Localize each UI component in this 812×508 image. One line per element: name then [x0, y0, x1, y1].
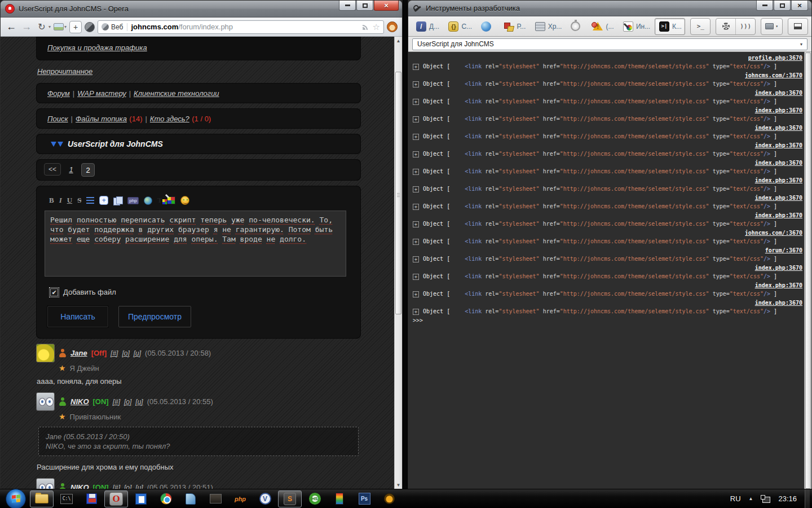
author-link[interactable]: Jane [70, 349, 87, 357]
scroll-down-icon[interactable]: ▼ [395, 481, 402, 489]
expand-plus-icon[interactable]: + [413, 291, 419, 297]
tab-errors[interactable]: (... [588, 18, 617, 35]
minimize-button[interactable] [756, 1, 773, 11]
taskbar-blue-app[interactable] [129, 491, 153, 507]
remote-debug-button[interactable]: ))) [735, 19, 755, 34]
message-textarea[interactable]: Решил полностью переписать скрипт теперь… [45, 211, 346, 277]
expand-plus-icon[interactable]: + [413, 81, 419, 87]
console-source-link[interactable]: johncms.com/:3670 [745, 230, 802, 236]
settings-button[interactable] [716, 19, 735, 34]
avatar[interactable] [36, 344, 55, 362]
reload-dropdown-icon[interactable]: ▾ [48, 24, 51, 29]
tab-utilities[interactable]: Ин... [619, 18, 654, 35]
images-dropdown-icon[interactable]: ▾ [64, 24, 67, 29]
anchor-link[interactable]: [#] [111, 349, 118, 357]
preview-button[interactable]: Предпросмотр [118, 306, 191, 327]
expand-plus-icon[interactable]: + [413, 99, 419, 105]
underline-icon[interactable]: U [67, 196, 72, 205]
tab-profiler[interactable] [566, 18, 587, 35]
rss-icon[interactable] [362, 23, 369, 30]
reload-icon[interactable]: ↻ [36, 21, 48, 32]
taskbar-hs-app[interactable]: HS [303, 491, 326, 507]
insert-plus-icon[interactable]: + [99, 196, 108, 205]
scrollbar-thumb[interactable] [395, 72, 401, 314]
breadcrumb-client-link[interactable]: Клиентские технологии [134, 89, 219, 98]
console-source-link[interactable]: index.php:3670 [755, 90, 802, 96]
expand-plus-icon[interactable]: + [413, 169, 419, 175]
avatar[interactable] [36, 392, 55, 411]
expand-plus-icon[interactable]: + [413, 309, 419, 315]
taskbar-php-app[interactable]: php [228, 491, 252, 507]
debug-context-select[interactable]: UserScript для JohnCMS ▾ [412, 38, 807, 50]
expand-plus-icon[interactable]: + [413, 151, 419, 157]
expand-plus-icon[interactable]: + [413, 239, 419, 245]
expand-plus-icon[interactable]: + [413, 186, 419, 192]
expand-plus-icon[interactable]: + [413, 221, 419, 227]
forward-icon[interactable]: → [20, 21, 33, 33]
expand-plus-icon[interactable]: + [413, 274, 419, 280]
url-text[interactable]: johncms.com/forum/index.php [131, 23, 233, 31]
devtools-titlebar[interactable]: Инструменты разработчика × [408, 1, 811, 16]
tab-network[interactable] [476, 18, 498, 35]
clock[interactable]: 23:16 [778, 494, 797, 503]
taskbar-opera[interactable]: O [104, 491, 128, 507]
taskbar-explorer[interactable] [30, 491, 54, 507]
taskbar-chrome[interactable] [154, 491, 178, 507]
console-source-link[interactable]: index.php:3670 [755, 107, 802, 113]
font-color-icon[interactable]: T [157, 196, 162, 205]
minimize-button[interactable] [339, 1, 356, 11]
italic-icon[interactable]: I [59, 196, 62, 205]
console-source-link[interactable]: index.php:3670 [755, 282, 802, 288]
scroll-up-icon[interactable]: ▲ [395, 37, 402, 45]
pagination-page-2-current[interactable]: 2 [81, 163, 95, 177]
language-indicator[interactable]: RU [730, 494, 741, 503]
link-globe-icon[interactable] [144, 196, 152, 205]
tab-console[interactable]: >| К... [655, 18, 685, 35]
back-icon[interactable]: ← [5, 21, 17, 33]
close-button[interactable]: × [791, 1, 808, 11]
expand-plus-icon[interactable]: + [413, 134, 419, 140]
u-link[interactable]: [u] [135, 484, 143, 489]
taskbar-terminal[interactable] [204, 491, 227, 507]
taskbar-gradient-app[interactable] [328, 491, 351, 507]
strike-icon[interactable]: S [77, 196, 81, 205]
security-badge[interactable]: Веб [102, 23, 127, 31]
userjs-monkey-icon[interactable] [387, 21, 398, 32]
anchor-link[interactable]: [#] [113, 484, 120, 489]
taskbar-orange-app[interactable] [377, 491, 401, 507]
php-code-icon[interactable]: php [127, 197, 138, 204]
pagination-prev-button[interactable]: << [44, 163, 61, 176]
bold-icon[interactable]: B [49, 196, 54, 205]
taskbar-save-app[interactable] [80, 491, 103, 507]
console-source-link[interactable]: index.php:3670 [755, 195, 802, 201]
list-icon[interactable] [86, 197, 94, 204]
write-button[interactable]: Написать [47, 306, 108, 327]
console-source-link[interactable]: index.php:3670 [755, 125, 802, 131]
console-source-link[interactable]: johncms.com/:3670 [745, 72, 802, 78]
o-link[interactable]: [o] [124, 398, 131, 406]
bookmark-star-icon[interactable]: ☆ [373, 22, 380, 32]
tray-expand-icon[interactable]: ▲ [749, 496, 753, 501]
o-link[interactable]: [o] [122, 349, 129, 357]
expand-plus-icon[interactable]: + [413, 116, 419, 122]
expand-plus-icon[interactable]: + [413, 64, 419, 70]
console-prompt[interactable]: >>> [413, 316, 802, 325]
taskbar-sublime[interactable]: S [278, 491, 302, 507]
u-link[interactable]: [u] [134, 349, 141, 357]
console-source-link[interactable]: forum/:3670 [765, 247, 802, 253]
network-tray-icon[interactable] [761, 495, 770, 503]
console-scrollbar[interactable] [804, 52, 811, 489]
taskbar-notes-app[interactable] [179, 491, 202, 507]
expand-plus-icon[interactable]: + [413, 204, 419, 210]
maximize-button[interactable] [774, 1, 791, 11]
attach-file-checkbox[interactable]: ✔ [50, 288, 58, 296]
add-button[interactable]: + [69, 21, 82, 33]
search-link[interactable]: Поиск [47, 115, 68, 123]
author-link[interactable]: NIKO [70, 397, 89, 406]
detach-button[interactable] [788, 19, 807, 34]
tab-scripts[interactable]: {} С... [444, 18, 475, 35]
opera-titlebar[interactable]: UserScript для JohnCMS - Opera × [1, 1, 402, 17]
category-link[interactable]: Покупка и продажа трафика [47, 43, 147, 52]
scrollbar-thumb[interactable] [805, 52, 811, 489]
topic-files-link[interactable]: Файлы топика [76, 115, 127, 123]
